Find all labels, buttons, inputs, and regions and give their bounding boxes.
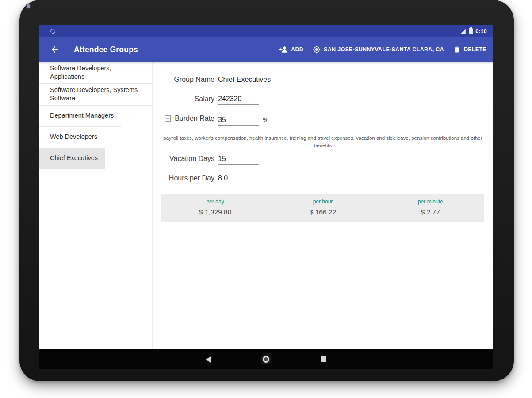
my-location-icon	[313, 46, 321, 54]
location-button[interactable]: SAN JOSE-SUNNYVALE-SANTA CLARA, CA	[313, 46, 444, 54]
per-minute-value: $ 2.77	[377, 208, 484, 216]
sidebar-item-department-managers[interactable]: Department Managers	[39, 106, 121, 127]
per-day-value: $ 1,329.80	[161, 208, 269, 216]
burden-rate-label: Burden Rate	[175, 115, 214, 122]
burden-rate-unit: %	[263, 116, 268, 123]
person-add-icon	[279, 45, 288, 54]
list-item-label: Software Developers, Systems Software	[50, 86, 145, 103]
location-button-label: SAN JOSE-SUNNYVALE-SANTA CLARA, CA	[324, 46, 444, 53]
list-item-label: Department Managers	[50, 111, 114, 120]
android-nav-bar	[39, 349, 493, 369]
salary-label: Salary	[153, 95, 214, 103]
status-time: 6:10	[475, 28, 487, 34]
desktop-background: 6:10 Attendee Groups ADD SAN JOSE-SUNN	[0, 0, 532, 398]
per-hour-label: per hour	[269, 199, 376, 205]
trash-icon	[453, 46, 461, 54]
attendee-group-list: Software Developers, Applications Softwa…	[39, 62, 153, 349]
signal-icon	[460, 28, 466, 34]
group-name-row: Group Name Chief Executives	[153, 76, 493, 85]
app-bar-actions: ADD SAN JOSE-SUNNYVALE-SANTA CLARA, CA D…	[279, 45, 486, 54]
burden-rate-helper-text: payroll taxes, worker's compensation, he…	[159, 134, 487, 150]
per-minute-label: per minute	[377, 199, 484, 205]
burden-rate-checkbox[interactable]	[165, 115, 171, 122]
sidebar-item-web-developers[interactable]: Web Developers	[39, 127, 104, 148]
list-item-label: Software Developers, Applications	[50, 64, 145, 81]
list-item-label: Chief Executives	[50, 154, 98, 162]
delete-button[interactable]: DELETE	[453, 46, 486, 54]
vacation-days-row: Vacation Days 15	[153, 155, 493, 165]
salary-row: Salary 242320	[153, 95, 493, 105]
group-form: Group Name Chief Executives Salary 24232…	[153, 62, 493, 222]
screen: 6:10 Attendee Groups ADD SAN JOSE-SUNN	[39, 25, 493, 369]
battery-icon	[469, 28, 473, 34]
home-icon	[263, 356, 269, 363]
content-area: Software Developers, Applications Softwa…	[39, 62, 493, 349]
burden-rate-row: Burden Rate 35 %	[153, 115, 493, 126]
group-detail-panel: Group Name Chief Executives Salary 24232…	[153, 62, 493, 349]
per-hour-value: $ 166.22	[269, 208, 376, 216]
cost-per-day: per day $ 1,329.80	[161, 199, 269, 216]
page-title: Attendee Groups	[74, 45, 138, 54]
app-bar: Attendee Groups ADD SAN JOSE-SUNNYVALE-S…	[39, 37, 493, 62]
sidebar-item-software-developers-applications[interactable]: Software Developers, Applications	[39, 62, 152, 84]
group-name-label: Group Name	[153, 76, 214, 84]
vacation-days-label: Vacation Days	[153, 155, 214, 163]
recents-icon	[321, 356, 326, 362]
sidebar-item-software-developers-systems[interactable]: Software Developers, Systems Software	[39, 84, 152, 105]
salary-input[interactable]: 242320	[218, 95, 259, 105]
arrow-back-icon	[50, 45, 60, 54]
cost-summary: per day $ 1,329.80 per hour $ 166.22 per…	[161, 194, 484, 222]
back-icon	[206, 356, 211, 363]
per-day-label: per day	[161, 199, 269, 205]
status-bar-right: 6:10	[460, 28, 487, 34]
burden-rate-label-group: Burden Rate	[153, 115, 214, 122]
camera-icon	[27, 4, 30, 8]
hours-per-day-row: Hours per Day 8.0	[153, 174, 493, 184]
sidebar-item-chief-executives[interactable]: Chief Executives	[39, 148, 105, 169]
nav-recents-button[interactable]	[319, 355, 329, 364]
hours-per-day-input[interactable]: 8.0	[218, 174, 259, 184]
nav-home-button[interactable]	[261, 355, 271, 364]
delete-button-label: DELETE	[464, 46, 486, 53]
tablet-frame: 6:10 Attendee Groups ADD SAN JOSE-SUNN	[19, 0, 514, 381]
vacation-days-input[interactable]: 15	[218, 155, 259, 165]
cost-per-minute: per minute $ 2.77	[377, 199, 484, 216]
add-button[interactable]: ADD	[279, 45, 303, 54]
back-button[interactable]	[49, 44, 61, 55]
burden-rate-input[interactable]: 35	[218, 116, 259, 126]
cost-per-hour: per hour $ 166.22	[269, 199, 376, 216]
notification-circle-icon	[50, 29, 55, 34]
status-bar: 6:10	[39, 25, 493, 37]
group-name-input[interactable]: Chief Executives	[218, 76, 486, 85]
list-item-label: Web Developers	[50, 133, 97, 141]
hours-per-day-label: Hours per Day	[153, 174, 214, 182]
add-button-label: ADD	[291, 46, 303, 53]
nav-back-button[interactable]	[204, 355, 214, 364]
